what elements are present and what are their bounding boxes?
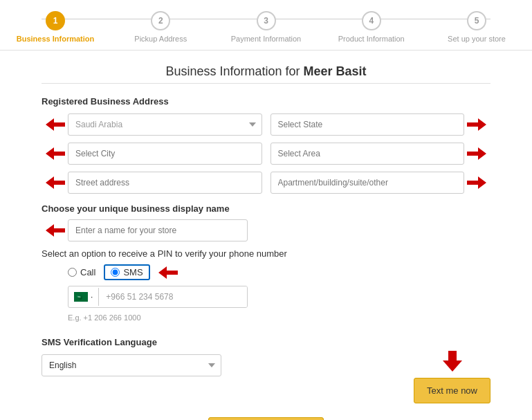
phone-content: 🇸🇦 · E.g. +1 206 266 1000 — [68, 286, 464, 330]
svg-marker-5 — [467, 176, 486, 189]
store-name-input[interactable] — [68, 219, 248, 241]
section-address-label: Registered Business Address — [42, 96, 490, 107]
apt-col — [270, 172, 465, 194]
svg-marker-1 — [467, 118, 486, 131]
main-content: Business Information for Meer Basit Regi… — [0, 51, 532, 420]
phone-dot: · — [91, 292, 93, 302]
street-input[interactable] — [68, 172, 262, 194]
street-apt-row — [42, 172, 490, 194]
svg-marker-3 — [467, 147, 486, 160]
arrow-right-state — [464, 118, 490, 131]
save-continue-button[interactable]: Save & Continue — [208, 417, 324, 420]
step-2-circle: 2 — [151, 11, 170, 30]
page-title-prefix: Business Information for — [165, 64, 303, 78]
state-col — [270, 113, 465, 136]
red-arrow-apt-icon — [467, 176, 486, 189]
country-col: Saudi Arabia — [68, 113, 262, 136]
saudi-flag-icon: 🇸🇦 — [74, 292, 88, 302]
red-arrow-sms-icon — [158, 266, 178, 279]
arrow-right-apt — [464, 176, 490, 189]
step-1-label: Business Information — [17, 35, 94, 43]
stepper: 1 Business Information 2 Pickup Address … — [0, 0, 532, 51]
country-select[interactable]: Saudi Arabia — [68, 113, 262, 136]
step-4-label: Product Information — [338, 35, 405, 43]
sms-lang-right: Text me now — [414, 337, 490, 403]
step-4-circle: 4 — [362, 11, 381, 30]
call-radio[interactable] — [68, 268, 77, 277]
arrow-left-city — [42, 147, 68, 160]
city-col — [68, 143, 262, 165]
street-col — [68, 172, 262, 194]
apt-input[interactable] — [270, 172, 465, 194]
sms-lang-select[interactable]: English Arabic — [42, 354, 221, 376]
area-col — [270, 143, 465, 165]
red-arrow-name-icon — [46, 224, 65, 237]
save-row: Save & Continue — [42, 417, 490, 420]
svg-text:🇸🇦: 🇸🇦 — [76, 294, 82, 300]
city-area-row — [42, 143, 490, 165]
red-arrow-state-icon — [467, 118, 486, 131]
red-arrow-down-icon — [443, 351, 462, 372]
svg-marker-2 — [46, 147, 65, 160]
sms-lang-label: SMS Verification Language — [42, 337, 400, 347]
call-label: Call — [80, 267, 95, 277]
step-5: 5 Set up your store — [435, 11, 518, 43]
step-1: 1 Business Information — [14, 11, 97, 43]
sms-label: SMS — [123, 267, 143, 277]
step-5-circle: 5 — [467, 11, 486, 30]
red-arrow-street-icon — [46, 176, 65, 189]
step-5-label: Set up your store — [448, 35, 506, 43]
city-input[interactable] — [68, 143, 262, 165]
display-name-content — [68, 219, 464, 241]
page-title: Business Information for Meer Basit — [42, 64, 490, 79]
step-1-circle: 1 — [46, 11, 65, 30]
title-divider — [42, 83, 490, 84]
country-state-row: Saudi Arabia — [42, 113, 490, 136]
street-apt-content — [68, 172, 464, 194]
display-name-row — [42, 219, 490, 241]
step-2: 2 Pickup Address — [119, 11, 202, 43]
sms-option[interactable]: SMS — [104, 264, 149, 280]
svg-marker-10 — [443, 351, 462, 372]
down-arrow-wrapper — [443, 351, 462, 374]
pin-section-label: Select an option to receive a PIN to ver… — [42, 248, 490, 259]
arrow-right-area — [464, 147, 490, 160]
svg-marker-6 — [46, 224, 65, 237]
step-3: 3 Payment Information — [225, 11, 308, 43]
svg-marker-0 — [46, 118, 65, 131]
sms-radio[interactable] — [111, 268, 120, 277]
arrow-left-street — [42, 176, 68, 189]
step-3-circle: 3 — [257, 11, 276, 30]
phone-example: E.g. +1 206 266 1000 — [68, 313, 464, 322]
display-name-label: Choose your unique business display name — [42, 203, 490, 214]
radio-row: Call SMS — [42, 264, 490, 280]
step-3-label: Payment Information — [231, 35, 302, 43]
phone-input-wrapper: 🇸🇦 · — [68, 286, 248, 308]
svg-marker-7 — [158, 266, 178, 279]
sms-lang-section: SMS Verification Language English Arabic… — [42, 337, 490, 403]
arrow-left-name — [42, 224, 68, 237]
step-4: 4 Product Information — [330, 11, 413, 43]
state-input[interactable] — [270, 113, 465, 136]
step-2-label: Pickup Address — [134, 35, 187, 43]
text-me-button[interactable]: Text me now — [414, 378, 490, 403]
call-option[interactable]: Call — [68, 267, 95, 277]
store-name-col — [68, 219, 248, 241]
area-input[interactable] — [270, 143, 465, 165]
phone-number-input[interactable] — [99, 286, 247, 307]
arrow-left-country — [42, 118, 68, 131]
page-title-name: Meer Basit — [304, 64, 367, 78]
phone-row: 🇸🇦 · E.g. +1 206 266 1000 — [42, 286, 490, 330]
svg-marker-4 — [46, 176, 65, 189]
phone-flag: 🇸🇦 · — [68, 288, 99, 306]
country-state-content: Saudi Arabia — [68, 113, 464, 136]
radio-content: Call SMS — [68, 264, 464, 280]
red-arrow-area-icon — [467, 147, 486, 160]
sms-lang-left: SMS Verification Language English Arabic — [42, 337, 400, 376]
red-arrow-country-icon — [46, 118, 65, 131]
city-area-content — [68, 143, 464, 165]
red-arrow-city-icon — [46, 147, 65, 160]
